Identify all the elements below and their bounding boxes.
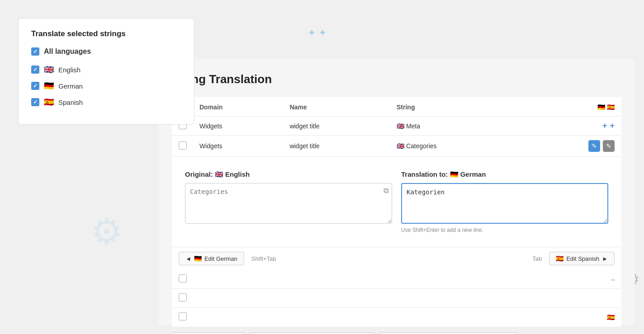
panel-title: Translate selected strings xyxy=(31,29,181,38)
prev-language-button[interactable]: ◄ 🇩🇪 Edit German xyxy=(179,252,244,265)
main-title: String Translation xyxy=(172,72,621,86)
labels-row: Original: 🇬🇧 English Translation to: 🇩🇪 … xyxy=(179,164,615,179)
row2-domain: Widgets xyxy=(193,136,283,157)
spanish-col-flag: 🇪🇸 xyxy=(607,103,615,111)
translate-panel: Translate selected strings All languages… xyxy=(18,18,194,125)
translation-field-wrap: Kategorien Use Shift+Enter to add a new … xyxy=(401,183,608,233)
change-lang-wrap: Change the language of selected strings xyxy=(250,332,375,334)
change-priority-wrap: Change translation priority of selected … xyxy=(379,332,517,334)
all-languages-item[interactable]: All languages xyxy=(31,47,181,56)
language-item-spanish[interactable]: 🇪🇸 Spanish xyxy=(31,97,181,107)
row2-name: widget title xyxy=(283,136,390,157)
row2-checkbox[interactable] xyxy=(179,141,187,150)
english-label: English xyxy=(58,66,80,74)
copy-button[interactable]: ⧉ xyxy=(384,187,388,195)
hidden-checkbox-2[interactable] xyxy=(179,293,187,301)
prev-flag: 🇩🇪 xyxy=(194,255,202,262)
translation-label: Translation to: 🇩🇪 German xyxy=(401,170,608,179)
german-checkbox[interactable] xyxy=(31,82,39,90)
arrow-right-icon: ► xyxy=(602,255,608,262)
next-label: Edit Spanish xyxy=(566,255,599,262)
german-label: German xyxy=(58,82,83,90)
change-lang-select[interactable]: Change the language of selected strings xyxy=(250,332,375,334)
hidden-checkbox-1[interactable] xyxy=(179,274,187,282)
english-checkbox[interactable] xyxy=(31,66,39,74)
col-domain: Domain xyxy=(193,98,283,117)
shift-tab-hint: Shift+Tab xyxy=(244,255,284,262)
change-priority-select[interactable]: Change translation priority of selected … xyxy=(379,332,517,334)
translation-table: Domain Name String 🇩🇪 🇪🇸 Widgets widget xyxy=(172,97,621,327)
hidden-cell-3 xyxy=(193,308,523,327)
expanded-row: Original: 🇬🇧 English Translation to: 🇩🇪 … xyxy=(172,157,621,270)
row1-flag: 🇬🇧 xyxy=(397,122,404,130)
next-language-button[interactable]: 🇪🇸 Edit Spanish ► xyxy=(549,252,615,265)
row1-domain: Widgets xyxy=(193,117,283,136)
hidden-flag-2 xyxy=(523,289,621,308)
row2-edit-german[interactable]: ✎ xyxy=(588,140,600,152)
row2-flag: 🇬🇧 xyxy=(397,142,404,150)
fields-row: ⧉ Kategorien Use Shift+Enter to add a ne… xyxy=(179,183,615,240)
expanded-content: Original: 🇬🇧 English Translation to: 🇩🇪 … xyxy=(172,157,621,247)
spanish-label: Spanish xyxy=(58,99,83,106)
row1-string: 🇬🇧 Meta xyxy=(390,117,523,136)
col-name: Name xyxy=(283,98,390,117)
col-flags: 🇩🇪 🇪🇸 xyxy=(523,98,621,117)
english-flag: 🇬🇧 xyxy=(44,65,54,75)
original-textarea[interactable] xyxy=(185,183,392,224)
row2-edit-spanish[interactable]: ✎ xyxy=(603,140,615,152)
row1-add-german[interactable]: + xyxy=(602,121,607,131)
prev-label: Edit German xyxy=(204,255,237,262)
spanish-flag: 🇪🇸 xyxy=(44,97,54,107)
translation-textarea[interactable]: Kategorien xyxy=(401,183,608,224)
german-flag: 🇩🇪 xyxy=(44,81,54,91)
translation-lang-flag: 🇩🇪 xyxy=(450,170,460,178)
tab-hint: Tab xyxy=(525,255,549,262)
row2-string: 🇬🇧 Categories xyxy=(390,136,523,157)
row1-name: widget title xyxy=(283,117,390,136)
background-gear-left: ⚙ xyxy=(90,211,123,253)
language-item-english[interactable]: 🇬🇧 English xyxy=(31,65,181,75)
hidden-checkbox-3[interactable] xyxy=(179,312,187,320)
hint-text: Use Shift+Enter to add a new line. xyxy=(401,227,608,233)
original-lang-flag: 🇬🇧 xyxy=(215,170,225,178)
nav-row: ◄ 🇩🇪 Edit German Shift+Tab Tab 🇪🇸 Edit S… xyxy=(172,247,621,270)
german-col-flag: 🇩🇪 xyxy=(597,103,605,111)
main-panel: String Translation Domain Name String 🇩🇪… xyxy=(158,59,635,325)
next-flag: 🇪🇸 xyxy=(556,255,564,262)
table-row: – xyxy=(172,270,621,289)
hidden-flag-3: 🇪🇸 xyxy=(523,308,621,327)
col-string: String xyxy=(390,98,523,117)
table-row: Widgets widget title 🇬🇧 Categories ✎ ✎ xyxy=(172,136,621,157)
hidden-cell-2 xyxy=(193,289,523,308)
background-spinner: ✦ ✦ xyxy=(308,27,327,39)
table-row: Widgets widget title 🇬🇧 Meta + + xyxy=(172,117,621,136)
original-label: Original: 🇬🇧 English xyxy=(185,170,392,179)
original-field-wrap: ⧉ xyxy=(185,183,392,233)
language-item-german[interactable]: 🇩🇪 German xyxy=(31,81,181,91)
row1-add-spanish[interactable]: + xyxy=(610,121,615,131)
table-row xyxy=(172,289,621,308)
spanish-checkbox[interactable] xyxy=(31,98,39,106)
hidden-cell xyxy=(193,270,523,289)
delete-button[interactable]: Delete selected strings xyxy=(172,332,245,334)
all-languages-checkbox[interactable] xyxy=(31,47,39,56)
all-languages-label: All languages xyxy=(44,47,91,56)
arrow-left-icon: ◄ xyxy=(185,255,191,262)
hidden-flag-1: – xyxy=(523,270,621,289)
table-row: 🇪🇸 xyxy=(172,308,621,327)
bottom-bar: Delete selected strings Change the langu… xyxy=(172,332,621,334)
